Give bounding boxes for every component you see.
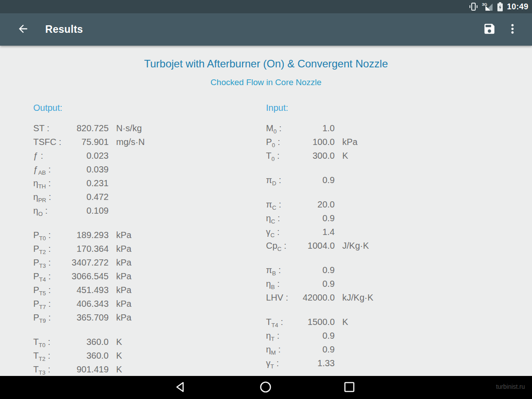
param-unit: N·s/kg — [116, 121, 142, 135]
param-value: 0.9 — [301, 173, 335, 187]
output-header: Output: — [33, 101, 246, 115]
result-row: ST :820.725N·s/kg — [33, 121, 246, 135]
param-value: 365.709 — [71, 311, 109, 325]
nav-home-button[interactable] — [252, 376, 279, 399]
param-value: 1.33 — [301, 356, 335, 370]
result-row: M0 :1.0 — [266, 121, 514, 135]
param-label: γT : — [266, 356, 301, 370]
value-group: πB :0.9ηB :0.9LHV :42000.0kJ/Kg·K — [266, 263, 514, 305]
result-row: T0 :300.0K — [266, 149, 514, 163]
param-value: 406.343 — [71, 297, 109, 311]
input-column: Input: M0 :1.0P0 :100.0kPaT0 :300.0KπD :… — [266, 101, 514, 370]
nav-home-icon — [259, 380, 272, 395]
param-value: 820.725 — [71, 121, 109, 135]
param-value: 360.0 — [71, 335, 109, 349]
param-label: TSFC : — [33, 135, 71, 149]
result-row: πB :0.9 — [266, 263, 514, 277]
param-label: πC : — [266, 198, 301, 211]
save-icon — [483, 22, 496, 37]
param-label: ηTH : — [33, 176, 71, 190]
result-row: TSFC :75.901mg/s·N — [33, 135, 246, 149]
result-row: ηPR :0.472 — [33, 190, 246, 204]
results-content: Turbojet with Afterburner (On) & Converg… — [0, 46, 532, 376]
param-label: CpC : — [266, 239, 301, 253]
param-label: πD : — [266, 173, 301, 187]
battery-charging-icon — [497, 2, 503, 12]
param-value: 0.039 — [71, 163, 109, 176]
param-unit: kJ/Kg·K — [342, 291, 373, 305]
param-value: 1.4 — [301, 225, 335, 239]
param-label: ηC : — [266, 211, 301, 225]
param-value: 451.493 — [71, 283, 109, 297]
param-unit: kPa — [116, 228, 131, 242]
result-row: TT2 :360.0K — [33, 349, 246, 363]
result-row: πD :0.9 — [266, 173, 514, 187]
result-row: TT0 :360.0K — [33, 335, 246, 349]
param-value: 300.0 — [301, 149, 335, 163]
param-label: M0 : — [266, 121, 301, 135]
input-header: Input: — [266, 101, 514, 115]
param-label: P0 : — [266, 135, 301, 149]
param-label: PT4 : — [33, 270, 71, 283]
param-unit: K — [342, 149, 348, 163]
param-value: 1500.0 — [301, 315, 335, 329]
result-title: Turbojet with Afterburner (On) & Converg… — [0, 46, 532, 70]
vibrate-icon — [469, 2, 478, 11]
param-label: ηM : — [266, 343, 301, 356]
overflow-menu-button[interactable] — [502, 19, 523, 40]
nav-recents-button[interactable] — [336, 376, 363, 399]
param-unit: mg/s·N — [116, 135, 145, 149]
save-button[interactable] — [479, 19, 500, 40]
overflow-menu-icon — [506, 23, 519, 36]
param-unit: K — [116, 335, 122, 349]
param-value: 3066.545 — [71, 270, 109, 283]
param-value: 1004.0 — [301, 239, 335, 253]
param-value: 189.293 — [71, 228, 109, 242]
nav-back-button[interactable] — [167, 376, 194, 399]
param-value: 0.231 — [71, 176, 109, 190]
result-row: PT5 :451.493kPa — [33, 283, 246, 297]
param-unit: kPa — [116, 283, 131, 297]
param-value: 1.0 — [301, 121, 335, 135]
param-value: 0.9 — [301, 343, 335, 356]
back-button[interactable] — [12, 19, 34, 40]
param-value: 0.9 — [301, 277, 335, 291]
result-row: ηC :0.9 — [266, 211, 514, 225]
status-bar: 3G 10:49 — [0, 0, 532, 13]
result-row: P0 :100.0kPa — [266, 135, 514, 149]
result-row: PT0 :189.293kPa — [33, 228, 246, 242]
param-unit: kPa — [116, 256, 131, 270]
param-label: TT3 : — [33, 363, 71, 376]
param-label: PT5 : — [33, 283, 71, 297]
param-label: LHV : — [266, 291, 301, 305]
status-time: 10:49 — [507, 2, 528, 12]
param-unit: kPa — [116, 270, 131, 283]
navigation-bar: turbinist.ru — [0, 376, 532, 399]
value-group: TT0 :360.0KTT2 :360.0KTT3 :901.419K — [33, 335, 246, 376]
param-label: PT2 : — [33, 242, 71, 256]
param-label: πB : — [266, 263, 301, 277]
app-bar-title: Results — [45, 23, 83, 35]
result-row: LHV :42000.0kJ/Kg·K — [266, 291, 514, 305]
param-value: 901.419 — [71, 363, 109, 376]
signal-3g-icon: 3G — [482, 2, 493, 11]
app-bar: Results — [0, 13, 532, 46]
param-label: TT0 : — [33, 335, 71, 349]
value-group: ST :820.725N·s/kgTSFC :75.901mg/s·Nƒ :0.… — [33, 121, 246, 218]
param-value: 0.109 — [71, 204, 109, 218]
param-label: TT2 : — [33, 349, 71, 363]
result-row: ηO :0.109 — [33, 204, 246, 218]
nav-back-icon — [174, 380, 187, 395]
output-column: Output: ST :820.725N·s/kgTSFC :75.901mg/… — [33, 101, 246, 376]
result-row: TT4 :1500.0K — [266, 315, 514, 329]
param-label: ηB : — [266, 277, 301, 291]
param-value: 0.9 — [301, 263, 335, 277]
param-label: PT7 : — [33, 297, 71, 311]
param-value: 170.364 — [71, 242, 109, 256]
value-group: M0 :1.0P0 :100.0kPaT0 :300.0K — [266, 121, 514, 163]
back-arrow-icon — [17, 23, 29, 36]
nav-recents-icon — [343, 380, 356, 395]
param-unit: kPa — [116, 297, 131, 311]
param-value: 0.9 — [301, 211, 335, 225]
param-label: ƒAB : — [33, 163, 71, 176]
